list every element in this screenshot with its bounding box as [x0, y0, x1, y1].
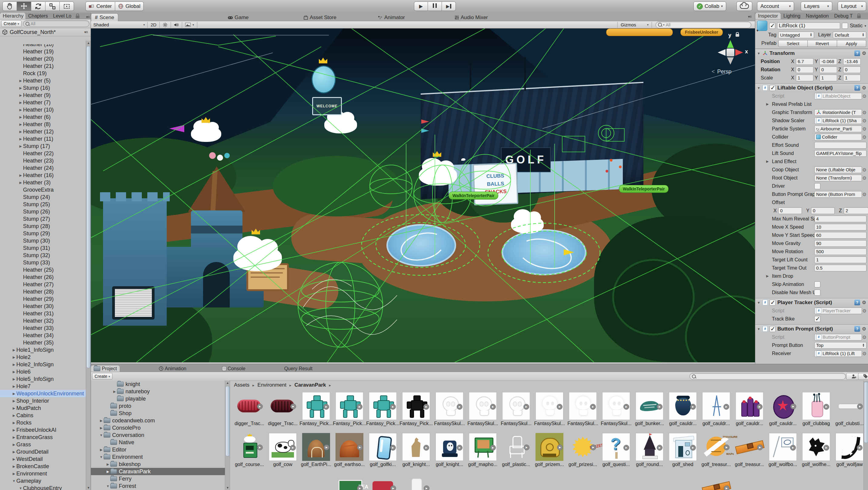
foldout-arrow-icon[interactable]: ▶ — [11, 392, 17, 396]
foldout-arrow-icon[interactable]: ▶ — [11, 384, 17, 388]
asset-expand-icon[interactable]: ▶ — [390, 486, 396, 490]
text-field[interactable]: 60 — [814, 232, 867, 239]
offset-field-x[interactable]: 0 — [778, 207, 802, 214]
axis-x-cone[interactable] — [735, 49, 743, 56]
asset-item[interactable]: ▶FantasySkul... — [499, 392, 533, 426]
hierarchy-item[interactable]: ▶Rocks — [0, 419, 86, 426]
tab-chapters[interactable]: Chapters — [26, 13, 50, 19]
checkbox-track-bike[interactable] — [814, 316, 820, 322]
help-icon[interactable]: ? — [855, 50, 860, 56]
tab-animator[interactable]: Animator — [374, 14, 408, 21]
offset-field-y[interactable]: 0 — [811, 207, 835, 214]
foldout-arrow-icon[interactable]: ▶ — [99, 426, 104, 430]
asset-expand-icon[interactable]: ▶ — [824, 445, 829, 451]
help-icon[interactable]: ? — [855, 326, 860, 332]
asset-item[interactable]: ▶golf_round... — [633, 433, 666, 467]
prefab-select-button[interactable]: Select — [778, 40, 808, 47]
hierarchy-item[interactable]: ▶Heather (7) — [0, 99, 86, 106]
hierarchy-item[interactable]: Heather (31) — [0, 310, 86, 317]
project-search-input[interactable] — [689, 373, 846, 380]
vector-field-x[interactable]: 0 — [796, 66, 813, 73]
hierarchy-item[interactable]: Stump (32) — [0, 252, 86, 259]
asset-item[interactable]: ▶golf_shed — [666, 433, 700, 467]
foldout-arrow-icon[interactable]: ▼ — [18, 486, 23, 490]
foldout-arrow-icon[interactable]: ▼ — [757, 301, 761, 305]
asset-expand-icon[interactable]: ▶ — [424, 445, 429, 451]
hierarchy-item[interactable]: Stump (26) — [0, 208, 86, 215]
axis-y-cone[interactable] — [727, 40, 734, 48]
foldout-arrow-icon[interactable]: ▶ — [766, 102, 769, 106]
tab-debug[interactable]: Debug T — [831, 13, 855, 19]
hierarchy-item[interactable]: Heather (22) — [0, 150, 86, 157]
scrollbar-thumb[interactable] — [86, 46, 91, 368]
gizmo-center-cube[interactable] — [726, 49, 734, 56]
asset-item[interactable]: TEA▶ — [333, 474, 366, 490]
vector-field-y[interactable]: -0.068 — [819, 58, 837, 65]
object-field[interactable]: #PlayerTracker — [814, 308, 862, 314]
hierarchy-item[interactable]: Heather (24) — [0, 164, 86, 172]
asset-item[interactable]: ▶golf_wolfhe... — [800, 433, 833, 467]
project-tree-scrollbar[interactable]: ▲ ▼ — [225, 380, 230, 490]
component-enabled-checkbox[interactable] — [770, 299, 776, 306]
hierarchy-item[interactable]: Rock (19) — [0, 70, 86, 77]
foldout-arrow-icon[interactable]: ▶ — [105, 470, 110, 473]
component-header[interactable]: ▼#Button Prompt (Script)?⚙ — [755, 324, 868, 333]
hierarchy-item[interactable]: ▼Gameplay — [0, 477, 86, 485]
hierarchy-item[interactable]: ▼ClubhouseEntry — [0, 485, 86, 490]
asset-item[interactable]: ▶golf_knight... — [433, 433, 466, 467]
asset-item[interactable]: ▶ — [399, 474, 433, 490]
object-picker-icon[interactable]: ⊙ — [863, 335, 867, 340]
project-create-button[interactable]: Create▾ — [92, 373, 113, 380]
text-field[interactable]: 0.5 — [814, 265, 867, 271]
foldout-arrow-icon[interactable]: ▶ — [11, 472, 17, 476]
foldout-arrow-icon[interactable]: ▼ — [757, 86, 761, 90]
folder-item[interactable]: Shop — [91, 410, 225, 417]
foldout-arrow-icon[interactable]: ▶ — [11, 457, 17, 461]
folder-item[interactable]: ▶codeandweb.com — [91, 417, 225, 424]
lock-icon[interactable] — [76, 16, 80, 18]
folder-item[interactable]: ▼Forrest — [91, 483, 225, 490]
asset-item[interactable]: ▶golf_clubbag — [800, 392, 833, 426]
vector-field-x[interactable]: 6.7 — [796, 58, 813, 65]
hierarchy-item[interactable]: ▶Hole2 — [0, 353, 86, 361]
asset-expand-icon[interactable]: ▶ — [357, 404, 363, 410]
folder-item[interactable]: ▶natureboy — [91, 388, 225, 395]
panel-menu-icon[interactable]: ▾≡ — [747, 15, 752, 19]
text-field[interactable]: 4 — [814, 215, 867, 222]
lock-icon[interactable] — [857, 16, 861, 18]
asset-expand-icon[interactable]: ▶ — [590, 444, 596, 450]
asset-expand-icon[interactable]: ▶ — [557, 404, 562, 410]
object-field[interactable]: #LiftRock (1) (Lift — [814, 350, 862, 357]
object-picker-icon[interactable]: ⊙ — [863, 175, 867, 181]
pause-button[interactable] — [428, 1, 442, 11]
hierarchy-item[interactable]: ▶GroundDetail — [0, 448, 86, 455]
hierarchy-item[interactable]: ▶EntranceGrass — [0, 434, 86, 441]
asset-expand-icon[interactable]: ▶ — [790, 445, 796, 451]
hierarchy-item[interactable]: Heather (29) — [0, 295, 86, 302]
asset-expand-icon[interactable]: ▶ — [357, 444, 363, 450]
hierarchy-item[interactable]: ▶Hole5_InfoSign — [0, 375, 86, 383]
text-field[interactable]: GAMEPLAY/stone_flip — [814, 150, 867, 157]
account-menu[interactable]: Account▾ — [757, 1, 794, 11]
asset-expand-icon[interactable]: ▶ — [557, 444, 563, 450]
foldout-arrow-icon[interactable]: ▶ — [766, 274, 769, 278]
foldout-arrow-icon[interactable]: ▶ — [105, 462, 110, 466]
foldout-arrow-icon[interactable]: ▼ — [99, 433, 104, 437]
tab-inspector[interactable]: Inspector — [755, 13, 781, 19]
foldout-arrow-icon[interactable]: ▼ — [11, 479, 17, 483]
object-field[interactable]: None (Transform) — [814, 175, 862, 181]
foldout-arrow-icon[interactable]: ▶ — [112, 390, 117, 394]
object-picker-icon[interactable]: ⊙ — [863, 93, 867, 99]
breadcrumb-caravanpark[interactable]: CaravanPark — [294, 382, 326, 388]
hierarchy-scrollbar[interactable]: ▲ ▼ — [86, 40, 91, 490]
asset-item[interactable]: ▶Fantasy_Pick... — [366, 392, 399, 426]
tag-filter-button[interactable] — [858, 373, 868, 380]
tab-query-result[interactable]: Query Result — [282, 365, 315, 372]
hierarchy-item[interactable]: ▶Hole2_InfoSign — [0, 361, 86, 368]
gameobject-name-field[interactable]: LiftRock (1) — [777, 23, 840, 29]
foldout-arrow-icon[interactable]: ▶ — [18, 137, 23, 141]
asset-item[interactable]: ▶golf_course... — [233, 433, 266, 467]
component-header[interactable]: ▼#Player Tracker (Script)?⚙ — [755, 298, 868, 307]
hierarchy-item[interactable]: Stump (27) — [0, 215, 86, 223]
foldout-arrow-icon[interactable]: ▶ — [11, 406, 17, 410]
